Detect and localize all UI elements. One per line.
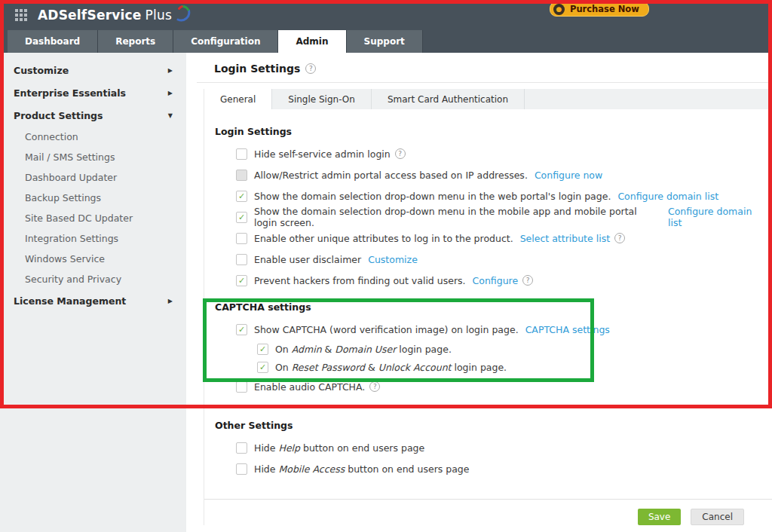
sidebar-item-mail-sms-settings[interactable]: Mail / SMS Settings [0,147,186,167]
setting-label: Hide self-service admin login [254,148,391,160]
setting-label: Prevent hackers from finding out valid u… [254,275,466,286]
checkbox[interactable] [236,254,247,265]
main-panel: Login Settings ? GeneralSingle Sign-OnSm… [186,53,772,532]
top-bar: ADSelfService Plus ● Purchase Now [0,0,772,30]
setting-row: Allow/Restrict admin portal access based… [215,164,760,185]
checkbox[interactable]: ✓ [257,344,268,355]
nav-tab-dashboard[interactable]: Dashboard [8,30,98,53]
setting-row: ✓Show CAPTCHA (word verification image) … [215,319,760,340]
checkbox[interactable] [236,442,247,454]
setting-label-text: login page. [451,362,507,373]
section-title: CAPTCHA settings [215,301,760,313]
setting-row: ✓On Admin & Domain User login page. [215,340,760,358]
help-icon[interactable]: ? [522,275,533,286]
setting-label: On Reset Password & Unlock Account login… [275,362,507,373]
checkbox[interactable]: ✓ [236,324,247,335]
sidebar-item-backup-settings[interactable]: Backup Settings [0,188,186,208]
tab-smart-card-authentication[interactable]: Smart Card Authentication [372,89,525,109]
app-grid-icon[interactable] [15,9,27,21]
setting-label: Enable audio CAPTCHA. [254,381,365,393]
setting-label-italic: Admin [292,344,322,355]
setting-label: On Admin & Domain User login page. [275,344,452,355]
setting-label-italic: Mobile Access [278,463,345,475]
checkbox[interactable] [236,463,247,475]
tab-content: Login SettingsHide self-service admin lo… [204,126,772,479]
link-customize[interactable]: Customize [368,254,418,265]
sidebar-item-site-based-dc-updater[interactable]: Site Based DC Updater [0,208,186,228]
setting-label-text: Hide [254,463,278,475]
setting-label-text: On [275,362,292,373]
link-captcha-settings[interactable]: CAPTCHA settings [525,324,610,335]
checkbox[interactable] [236,170,247,181]
setting-row: ✓Show the domain selection drop-down men… [215,206,760,228]
setting-label: Enable other unique attributes to log in… [254,233,513,244]
sidebar-item-label: Mail / SMS Settings [25,151,115,163]
link-configure-domain-list[interactable]: Configure domain list [668,206,760,228]
sidebar-item-dashboard-updater[interactable]: Dashboard Updater [0,167,186,188]
sidebar-item-customize[interactable]: Customize▶ [0,59,186,81]
link-configure-now[interactable]: Configure now [535,170,602,181]
tab-general[interactable]: General [204,89,272,109]
setting-label: Show the domain selection drop-down menu… [254,191,611,202]
setting-label: Allow/Restrict admin portal access based… [254,170,528,181]
sidebar-item-license-management[interactable]: License Management▶ [0,289,186,312]
chevron-right-icon: ▶ [168,90,173,96]
checkbox[interactable] [236,233,247,244]
sidebar-item-connection[interactable]: Connection [0,127,186,147]
sidebar-item-windows-service[interactable]: Windows Service [0,249,186,269]
sidebar: Customize▶Enterprise Essentials▶Product … [0,53,186,532]
manageengine-swoosh-icon [173,4,191,22]
content-area: Customize▶Enterprise Essentials▶Product … [0,53,772,532]
title-divider [197,82,772,83]
cancel-button[interactable]: Cancel [691,509,744,525]
setting-label-italic: Unlock Account [378,362,452,373]
sidebar-item-label: Security and Privacy [25,274,121,285]
sidebar-item-enterprise-essentials[interactable]: Enterprise Essentials▶ [0,81,186,104]
setting-row: ✓On Reset Password & Unlock Account logi… [215,358,760,376]
sidebar-item-security-and-privacy[interactable]: Security and Privacy [0,269,186,289]
nav-tab-admin[interactable]: Admin [278,30,346,53]
setting-label-text: & [322,344,335,355]
setting-label-text: Show CAPTCHA (word verification image) o… [254,324,519,335]
checkbox[interactable]: ✓ [236,191,247,202]
setting-label: Show the domain selection drop-down menu… [254,206,661,228]
help-icon[interactable]: ? [395,148,406,159]
nav-tab-reports[interactable]: Reports [98,30,173,53]
link-configure[interactable]: Configure [473,275,519,286]
setting-label-italic: Reset Password [292,362,365,373]
setting-label-text: & [365,362,378,373]
page-header: Login Settings ? [186,53,772,75]
setting-row: Hide self-service admin login? [215,143,760,164]
chevron-down-icon: ▼ [168,112,173,119]
help-icon[interactable]: ? [614,233,625,243]
checkbox[interactable] [236,148,247,160]
link-configure-domain-list[interactable]: Configure domain list [617,191,718,202]
section-title: Login Settings [215,126,760,137]
setting-label: Hide Help button on end users page [254,442,424,454]
setting-label-italic: Help [278,442,300,454]
chevron-right-icon: ▶ [168,298,173,304]
nav-tab-support[interactable]: Support [347,30,423,53]
sidebar-item-integration-settings[interactable]: Integration Settings [0,228,186,249]
logo-text-bold: ADSelfService [38,8,142,23]
setting-label-text: Show the domain selection drop-down menu… [254,206,637,228]
setting-row: Hide Help button on end users page [215,437,760,458]
nav-tab-configuration[interactable]: Configuration [173,30,278,53]
checkbox[interactable]: ✓ [236,212,247,223]
help-icon[interactable]: ? [305,63,316,74]
checkbox[interactable]: ✓ [257,362,268,373]
purchase-now-button[interactable]: ● Purchase Now [550,2,649,17]
setting-label-text: Prevent hackers from finding out valid u… [254,275,466,286]
setting-row: Enable other unique attributes to log in… [215,228,760,249]
link-select-attribute-list[interactable]: Select attribute list [520,233,610,244]
setting-label-text: Enable audio CAPTCHA. [254,381,365,393]
sidebar-item-product-settings[interactable]: Product Settings▼ [0,104,186,127]
save-button[interactable]: Save [638,509,681,525]
sidebar-item-label: License Management [14,295,126,307]
section-captcha-settings: CAPTCHA settings✓Show CAPTCHA (word veri… [215,301,760,397]
tab-single-sign-on[interactable]: Single Sign-On [272,89,372,109]
section-title: Other Settings [215,420,760,431]
checkbox[interactable] [236,381,247,393]
checkbox[interactable]: ✓ [236,275,247,286]
help-icon[interactable]: ? [369,381,380,392]
